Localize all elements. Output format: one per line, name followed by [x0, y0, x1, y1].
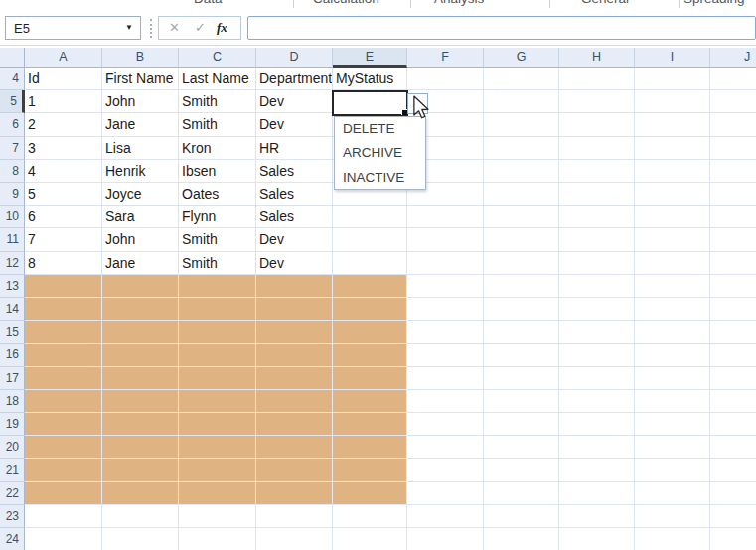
cell-J19[interactable]	[710, 413, 756, 436]
row-header-17[interactable]: 17	[0, 367, 25, 390]
cell-I18[interactable]	[635, 390, 710, 413]
cell-A10[interactable]: 6	[25, 206, 102, 228]
cell-H5[interactable]	[559, 90, 635, 113]
cell-G5[interactable]	[484, 90, 559, 113]
cell-D24[interactable]	[256, 528, 333, 550]
cell-G6[interactable]	[484, 113, 559, 136]
cell-J21[interactable]	[710, 459, 756, 481]
cell-I10[interactable]	[635, 206, 710, 228]
cell-G21[interactable]	[484, 459, 559, 481]
cell-D22[interactable]	[256, 482, 333, 505]
cell-E24[interactable]	[333, 528, 407, 550]
cell-I19[interactable]	[635, 413, 710, 436]
cell-F21[interactable]	[407, 459, 484, 481]
cell-J15[interactable]	[710, 321, 756, 344]
cell-J14[interactable]	[710, 298, 756, 321]
cell-J22[interactable]	[710, 482, 756, 505]
cell-F24[interactable]	[407, 528, 484, 550]
cell-H12[interactable]	[559, 252, 635, 275]
cell-G8[interactable]	[484, 160, 559, 183]
cell-D21[interactable]	[256, 459, 333, 481]
cell-E18[interactable]	[333, 390, 407, 413]
cell-J8[interactable]	[710, 160, 756, 183]
cell-C23[interactable]	[179, 505, 256, 528]
cell-B15[interactable]	[102, 321, 179, 344]
row-header-4[interactable]: 4	[0, 68, 25, 90]
column-header-E[interactable]: E	[333, 48, 407, 68]
cell-J12[interactable]	[710, 252, 756, 275]
cell-I4[interactable]	[635, 68, 710, 90]
cell-E23[interactable]	[333, 505, 407, 528]
cell-E11[interactable]	[333, 228, 407, 251]
cell-A17[interactable]	[25, 367, 102, 390]
cell-C20[interactable]	[179, 436, 256, 459]
cell-D4[interactable]: Department	[256, 68, 333, 90]
cell-H17[interactable]	[559, 367, 635, 390]
cell-I17[interactable]	[635, 367, 710, 390]
cell-B6[interactable]: Jane	[102, 113, 179, 136]
cell-H4[interactable]	[559, 68, 635, 90]
cell-F11[interactable]	[407, 228, 484, 251]
cell-C15[interactable]	[179, 321, 256, 344]
row-header-15[interactable]: 15	[0, 321, 25, 344]
cell-C18[interactable]	[179, 390, 256, 413]
column-header-G[interactable]: G	[484, 48, 559, 68]
cell-F17[interactable]	[407, 367, 484, 390]
cell-B4[interactable]: First Name	[102, 68, 179, 90]
cell-B22[interactable]	[102, 482, 179, 505]
cell-J10[interactable]	[710, 206, 756, 228]
row-header-6[interactable]: 6	[0, 113, 25, 136]
row-header-19[interactable]: 19	[0, 413, 25, 436]
cell-C5[interactable]: Smith	[179, 90, 256, 113]
cell-B12[interactable]: Jane	[102, 252, 179, 275]
cell-H21[interactable]	[559, 459, 635, 481]
cell-E20[interactable]	[333, 436, 407, 459]
cell-G22[interactable]	[484, 482, 559, 505]
cell-F15[interactable]	[407, 321, 484, 344]
cell-H7[interactable]	[559, 137, 635, 160]
cell-D16[interactable]	[256, 344, 333, 366]
cell-F16[interactable]	[407, 344, 484, 366]
cell-C21[interactable]	[179, 459, 256, 481]
cell-G12[interactable]	[484, 252, 559, 275]
cell-I16[interactable]	[635, 344, 710, 366]
cell-E4[interactable]: MyStatus	[333, 68, 407, 90]
column-header-H[interactable]: H	[559, 48, 635, 68]
insert-function-icon[interactable]: fx	[217, 20, 227, 36]
cell-J17[interactable]	[710, 367, 756, 390]
cell-A12[interactable]: 8	[25, 252, 102, 275]
cell-F14[interactable]	[407, 298, 484, 321]
cell-E19[interactable]	[333, 413, 407, 436]
cell-C11[interactable]: Smith	[179, 228, 256, 251]
cell-C7[interactable]: Kron	[179, 137, 256, 160]
cell-E17[interactable]	[333, 367, 407, 390]
cell-A5[interactable]: 1	[25, 90, 102, 113]
cell-A9[interactable]: 5	[25, 183, 102, 206]
cell-H24[interactable]	[559, 528, 635, 550]
cell-A16[interactable]	[25, 344, 102, 366]
cell-J23[interactable]	[710, 505, 756, 528]
cell-C12[interactable]: Smith	[179, 252, 256, 275]
cell-A8[interactable]: 4	[25, 160, 102, 183]
column-header-F[interactable]: F	[407, 48, 484, 68]
cell-B21[interactable]	[102, 459, 179, 481]
cell-H20[interactable]	[559, 436, 635, 459]
cell-E21[interactable]	[333, 459, 407, 481]
cell-A14[interactable]	[25, 298, 102, 321]
cell-B17[interactable]	[102, 367, 179, 390]
row-header-8[interactable]: 8	[0, 160, 25, 183]
cell-C17[interactable]	[179, 367, 256, 390]
row-header-5[interactable]: 5	[0, 90, 25, 113]
cell-C8[interactable]: Ibsen	[179, 160, 256, 183]
name-box-dropdown-icon[interactable]: ▼	[125, 24, 133, 32]
cell-B16[interactable]	[102, 344, 179, 366]
cell-D15[interactable]	[256, 321, 333, 344]
column-header-D[interactable]: D	[256, 48, 333, 68]
cell-F13[interactable]	[407, 275, 484, 298]
cell-E12[interactable]	[333, 252, 407, 275]
cell-E14[interactable]	[333, 298, 407, 321]
cell-J4[interactable]	[710, 68, 756, 90]
cell-I22[interactable]	[635, 482, 710, 505]
cell-H9[interactable]	[559, 183, 635, 206]
cell-C9[interactable]: Oates	[179, 183, 256, 206]
